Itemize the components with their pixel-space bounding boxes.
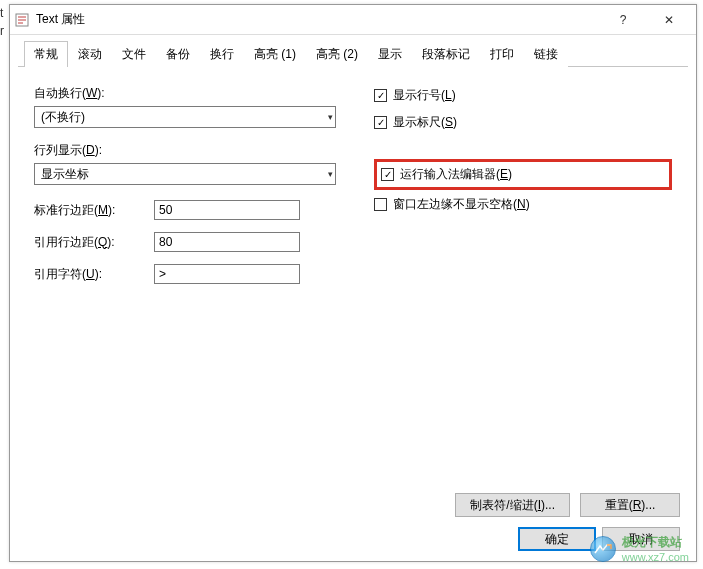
checkbox-checked-icon: ✓ [374,89,387,102]
tab-strip: 常规 滚动 文件 备份 换行 高亮 (1) 高亮 (2) 显示 段落标记 打印 … [18,43,688,67]
chevron-down-icon: ▾ [328,112,333,122]
rowcol-label: 行列显示(D): [34,142,344,159]
chevron-down-icon: ▾ [328,169,333,179]
tab-wrap[interactable]: 换行 [200,41,244,67]
highlighted-option: ✓ 运行输入法编辑器(E) [374,159,672,190]
tab-backup[interactable]: 备份 [156,41,200,67]
checkbox-unchecked-icon [374,198,387,211]
tab-content: 自动换行(W): (不换行) ▾ 行列显示(D): 显示坐标 ▾ 标准行边距(M… [10,67,696,295]
ok-button[interactable]: 确定 [518,527,596,551]
tab-display[interactable]: 显示 [368,41,412,67]
quote-char-input[interactable] [154,264,300,284]
reset-button[interactable]: 重置(R)... [580,493,680,517]
close-button[interactable]: ✕ [646,5,692,34]
show-ruler-checkbox[interactable]: ✓ 显示标尺(S) [374,114,672,131]
autowrap-combo[interactable]: (不换行) ▾ [34,106,336,128]
rowcol-value: 显示坐标 [41,166,89,183]
autowrap-label: 自动换行(W): [34,85,344,102]
run-ime-checkbox[interactable]: ✓ 运行输入法编辑器(E) [381,166,512,183]
quote-char-label: 引用字符(U): [34,266,154,283]
watermark-url: www.xz7.com [622,551,689,563]
titlebar: Text 属性 ? ✕ [10,5,696,35]
tab-print[interactable]: 打印 [480,41,524,67]
margin-label: 标准行边距(M): [34,202,154,219]
no-left-space-label: 窗口左边缘不显示空格(N) [393,196,530,213]
quote-margin-input[interactable] [154,232,300,252]
quote-margin-label: 引用行边距(Q): [34,234,154,251]
autowrap-value: (不换行) [41,109,85,126]
margin-input[interactable] [154,200,300,220]
footer-buttons-row1: 制表符/缩进(I)... 重置(R)... [455,493,680,517]
app-icon [14,12,30,28]
tab-link[interactable]: 链接 [524,41,568,67]
show-ruler-label: 显示标尺(S) [393,114,457,131]
tab-paragraph[interactable]: 段落标记 [412,41,480,67]
tab-scroll[interactable]: 滚动 [68,41,112,67]
bg-char: t [0,6,3,20]
run-ime-label: 运行输入法编辑器(E) [400,166,512,183]
rowcol-combo[interactable]: 显示坐标 ▾ [34,163,336,185]
help-button[interactable]: ? [600,5,646,34]
tab-indent-button[interactable]: 制表符/缩进(I)... [455,493,570,517]
show-lineno-checkbox[interactable]: ✓ 显示行号(L) [374,87,672,104]
watermark-name: 极光下载站 [622,534,689,551]
tab-highlight2[interactable]: 高亮 (2) [306,41,368,67]
dialog-window: Text 属性 ? ✕ 常规 滚动 文件 备份 换行 高亮 (1) 高亮 (2)… [9,4,697,562]
show-lineno-label: 显示行号(L) [393,87,456,104]
tab-general[interactable]: 常规 [24,41,68,67]
window-title: Text 属性 [36,11,600,28]
tab-file[interactable]: 文件 [112,41,156,67]
checkbox-checked-icon: ✓ [381,168,394,181]
checkbox-checked-icon: ✓ [374,116,387,129]
bg-char: r [0,24,4,38]
globe-icon [590,536,616,562]
no-left-space-checkbox[interactable]: 窗口左边缘不显示空格(N) [374,196,672,213]
tab-highlight1[interactable]: 高亮 (1) [244,41,306,67]
watermark: 极光下载站 www.xz7.com [590,534,689,563]
